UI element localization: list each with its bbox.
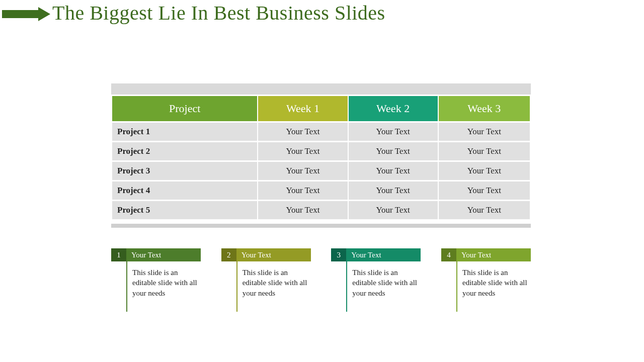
page-title: The Biggest Lie In Best Business Slides [52,1,385,25]
card-label: Your Text [236,248,311,261]
table-row: Project 5 Your Text Your Text Your Text [112,201,530,219]
col-header-week3: Week 3 [439,96,530,121]
col-header-project: Project [112,96,257,121]
col-header-week2: Week 2 [349,96,438,121]
card-head: 3 Your Text [331,248,421,261]
cell: Your Text [349,201,438,219]
card-number: 3 [331,248,346,261]
cell: Your Text [349,142,438,160]
card-head: 2 Your Text [221,248,311,261]
card-number: 1 [111,248,126,261]
cell: Your Text [258,182,347,200]
card-body: This slide is an editable slide with all… [456,261,531,312]
project-table: Project Week 1 Week 2 Week 3 Project 1 Y… [111,95,531,221]
table-header-row: Project Week 1 Week 2 Week 3 [112,96,530,121]
card-body: This slide is an editable slide with all… [236,261,311,312]
cell: Your Text [349,123,438,141]
project-name: Project 5 [112,201,257,219]
card-body: This slide is an editable slide with all… [346,261,421,312]
project-table-container: Project Week 1 Week 2 Week 3 Project 1 Y… [111,83,531,228]
card-head: 4 Your Text [441,248,531,261]
table-row: Project 3 Your Text Your Text Your Text [112,162,530,180]
svg-marker-0 [2,7,50,21]
cell: Your Text [349,162,438,180]
table-row: Project 1 Your Text Your Text Your Text [112,123,530,141]
cell: Your Text [258,201,347,219]
cell: Your Text [439,123,530,141]
card-number: 2 [221,248,236,261]
cell: Your Text [349,182,438,200]
card-number: 4 [441,248,456,261]
card-head: 1 Your Text [111,248,201,261]
project-name: Project 1 [112,123,257,141]
info-card-2: 2 Your Text This slide is an editable sl… [221,248,311,312]
cards-row: 1 Your Text This slide is an editable sl… [111,248,531,312]
cell: Your Text [439,182,530,200]
cell: Your Text [258,123,347,141]
project-name: Project 2 [112,142,257,160]
info-card-1: 1 Your Text This slide is an editable sl… [111,248,201,312]
card-label: Your Text [456,248,531,261]
table-bottom-bar [111,224,531,228]
card-label: Your Text [126,248,201,261]
cell: Your Text [439,142,530,160]
arrow-icon [2,7,50,21]
col-header-week1: Week 1 [258,96,347,121]
table-row: Project 2 Your Text Your Text Your Text [112,142,530,160]
project-name: Project 3 [112,162,257,180]
cell: Your Text [258,142,347,160]
info-card-3: 3 Your Text This slide is an editable sl… [331,248,421,312]
table-row: Project 4 Your Text Your Text Your Text [112,182,530,200]
table-top-bar [111,83,531,95]
card-body: This slide is an editable slide with all… [126,261,201,312]
cell: Your Text [439,162,530,180]
cell: Your Text [439,201,530,219]
card-label: Your Text [346,248,421,261]
project-name: Project 4 [112,182,257,200]
info-card-4: 4 Your Text This slide is an editable sl… [441,248,531,312]
cell: Your Text [258,162,347,180]
